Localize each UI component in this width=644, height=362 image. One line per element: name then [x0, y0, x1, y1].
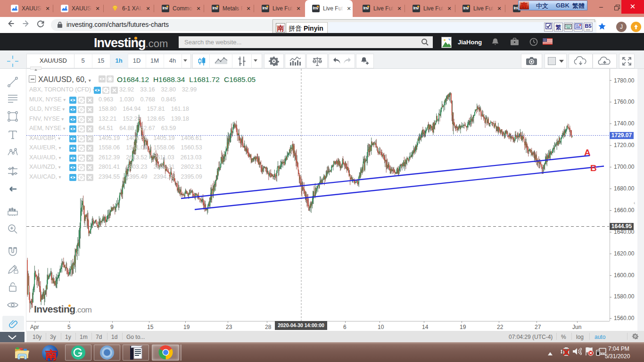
svg-text:B: B [590, 163, 597, 173]
svg-text:A: A [584, 148, 591, 157]
